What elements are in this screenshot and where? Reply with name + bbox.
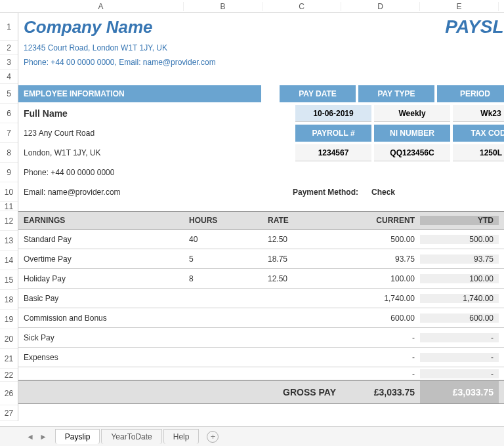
row-5[interactable]: 5 — [0, 84, 18, 104]
prev-sheet-icon[interactable]: ◄ — [26, 432, 34, 441]
hours-col: HOURS — [184, 216, 262, 225]
payslip-title: PAYSLIP — [153, 16, 505, 37]
row-14[interactable]: 14 — [0, 251, 18, 270]
earnings-col: EARNINGS — [18, 216, 184, 225]
ni-header: NI NUMBER — [374, 125, 450, 142]
tab-payslip[interactable]: Payslip — [55, 429, 100, 444]
payment-method-label: Payment Method: — [293, 188, 371, 197]
gross-pay-current: £3,033.75 — [341, 387, 420, 397]
table-row[interactable]: Basic Pay 1,740.00 1,740.00 — [18, 289, 504, 308]
row-10[interactable]: 10 — [0, 182, 18, 202]
pay-date-value: 10-06-2019 — [295, 105, 371, 122]
payroll-value: 1234567 — [295, 144, 371, 161]
row-13[interactable]: 13 — [0, 231, 18, 251]
pay-date-header: PAY DATE — [280, 85, 356, 102]
row-15[interactable]: 15 — [0, 270, 18, 290]
spreadsheet-grid[interactable]: Company Name PAYSLIP 12345 Court Road, L… — [18, 13, 504, 421]
company-contact: Phone: +44 00 0000 0000, Email: name@pro… — [18, 58, 216, 67]
table-row[interactable]: Sick Pay - - — [18, 328, 504, 348]
col-e[interactable]: E — [420, 2, 499, 11]
row-3[interactable]: 3 — [0, 55, 18, 70]
ni-value: QQ123456C — [374, 144, 450, 161]
row-6[interactable]: 6 — [0, 104, 18, 123]
tab-yeartodate[interactable]: YearToDate — [101, 429, 161, 444]
row-26[interactable]: 26 — [0, 382, 18, 405]
payroll-header: PAYROLL # — [295, 125, 371, 142]
add-sheet-button[interactable]: + — [207, 431, 219, 443]
row-19[interactable]: 19 — [0, 310, 18, 329]
gross-pay-label: GROSS PAY — [262, 387, 341, 397]
table-row[interactable]: Commission and Bonus 600.00 600.00 — [18, 308, 504, 328]
rate-col: RATE — [262, 216, 341, 225]
row-11[interactable]: 11 — [0, 202, 18, 211]
table-row[interactable]: - - — [18, 367, 504, 380]
sheet-tabs: ◄ ► Payslip YearToDate Help + — [0, 426, 504, 446]
row-27[interactable]: 27 — [0, 405, 18, 421]
row-1[interactable]: 1 — [0, 13, 18, 41]
next-sheet-icon[interactable]: ► — [39, 432, 47, 441]
tax-value: 1250L — [453, 144, 504, 161]
company-name: Company Name — [18, 17, 153, 37]
tax-header: TAX CODE — [453, 125, 504, 142]
col-a[interactable]: A — [18, 2, 184, 11]
pay-type-value: Weekly — [374, 105, 450, 122]
row-2[interactable]: 2 — [0, 41, 18, 55]
table-row[interactable]: Holiday Pay 8 12.50 100.00 100.00 — [18, 269, 504, 289]
payment-method-value: Check — [371, 188, 450, 197]
row-numbers: 1 2 3 4 5 6 7 8 9 10 11 12 13 14 15 18 1… — [0, 13, 18, 421]
row-9[interactable]: 9 — [0, 163, 18, 182]
tab-help[interactable]: Help — [163, 429, 200, 444]
period-header: PERIOD — [437, 85, 504, 102]
col-b[interactable]: B — [184, 2, 262, 11]
row-7[interactable]: 7 — [0, 123, 18, 143]
row-12[interactable]: 12 — [0, 211, 18, 231]
employee-addr1: 123 Any Court Road — [18, 129, 277, 138]
period-value: Wk23 — [453, 105, 504, 122]
row-22[interactable]: 22 — [0, 369, 18, 382]
row-20[interactable]: 20 — [0, 329, 18, 349]
employee-info-header: EMPLOYEE INFORMATION — [18, 85, 261, 102]
row-21[interactable]: 21 — [0, 349, 18, 369]
company-address: 12345 Court Road, London W1T 1JY, UK — [18, 43, 167, 52]
gross-pay-ytd: £3,033.75 — [420, 381, 499, 403]
tab-nav-arrows[interactable]: ◄ ► — [26, 432, 47, 441]
col-d[interactable]: D — [341, 2, 420, 11]
row-18[interactable]: 18 — [0, 290, 18, 310]
employee-email: Email: name@provider.com — [18, 188, 277, 197]
plus-icon: + — [211, 432, 216, 441]
table-row[interactable]: Overtime Pay 5 18.75 93.75 93.75 — [18, 249, 504, 269]
current-col: CURRENT — [341, 216, 420, 225]
employee-name: Full Name — [18, 108, 277, 119]
row-4[interactable]: 4 — [0, 70, 18, 84]
ytd-col: YTD — [420, 216, 499, 225]
employee-phone: Phone: +44 00 0000 0000 — [18, 168, 277, 177]
col-c[interactable]: C — [262, 2, 341, 11]
employee-addr2: London, W1T 1JY, UK — [18, 148, 277, 157]
pay-type-header: PAY TYPE — [358, 85, 434, 102]
gross-pay-row: GROSS PAY £3,033.75 £3,033.75 — [18, 380, 504, 404]
table-row[interactable]: Expenses - - — [18, 348, 504, 367]
earnings-header-row: EARNINGS HOURS RATE CURRENT YTD — [18, 211, 504, 230]
row-8[interactable]: 8 — [0, 143, 18, 163]
column-headers: A B C D E — [0, 0, 504, 13]
table-row[interactable]: Standard Pay 40 12.50 500.00 500.00 — [18, 230, 504, 249]
